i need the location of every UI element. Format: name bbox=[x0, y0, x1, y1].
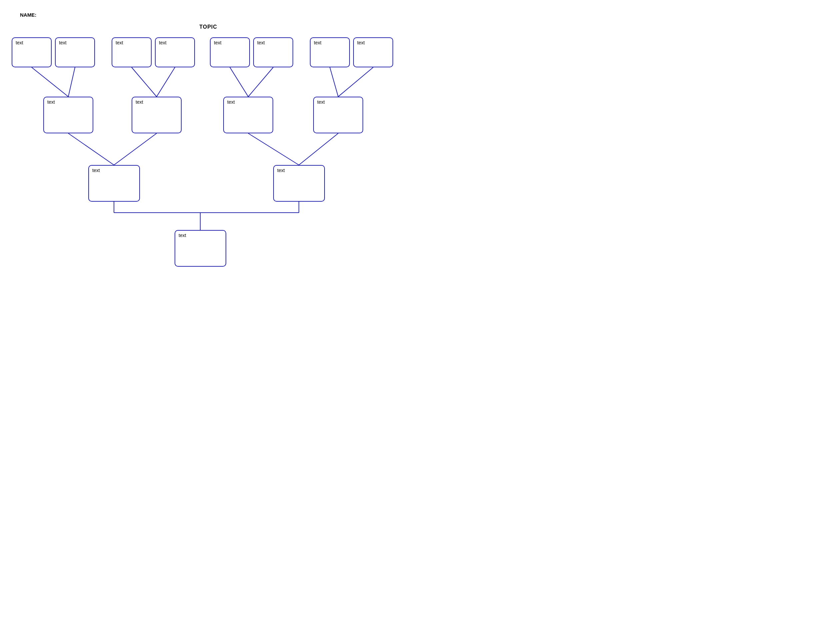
svg-line-0 bbox=[32, 67, 68, 97]
svg-line-4 bbox=[230, 67, 248, 97]
node-r3n2[interactable]: text bbox=[273, 165, 325, 202]
node-r3n1[interactable]: text bbox=[88, 165, 140, 202]
node-r1n6[interactable]: text bbox=[253, 37, 293, 67]
node-r2n3[interactable]: text bbox=[223, 97, 273, 133]
name-label: NAME: bbox=[20, 12, 36, 18]
svg-line-5 bbox=[248, 67, 273, 97]
topic-label: TOPIC bbox=[199, 24, 217, 30]
svg-line-8 bbox=[68, 133, 114, 165]
svg-line-10 bbox=[248, 133, 299, 165]
svg-line-6 bbox=[330, 67, 338, 97]
node-r2n1[interactable]: text bbox=[43, 97, 93, 133]
node-r1n3[interactable]: text bbox=[112, 37, 151, 67]
page: NAME: TOPIC text text text text text bbox=[0, 0, 416, 322]
node-r1n4[interactable]: text bbox=[155, 37, 195, 67]
svg-line-1 bbox=[68, 67, 75, 97]
svg-line-3 bbox=[157, 67, 175, 97]
node-r2n2[interactable]: text bbox=[132, 97, 182, 133]
svg-line-11 bbox=[299, 133, 338, 165]
node-r1n8[interactable]: text bbox=[353, 37, 393, 67]
svg-line-7 bbox=[338, 67, 373, 97]
node-r1n2[interactable]: text bbox=[55, 37, 95, 67]
node-r4n1[interactable]: text bbox=[175, 230, 226, 267]
svg-line-2 bbox=[132, 67, 157, 97]
svg-line-9 bbox=[114, 133, 157, 165]
node-r1n5[interactable]: text bbox=[210, 37, 250, 67]
node-r2n4[interactable]: text bbox=[313, 97, 363, 133]
node-r1n1[interactable]: text bbox=[12, 37, 51, 67]
node-r1n7[interactable]: text bbox=[310, 37, 350, 67]
